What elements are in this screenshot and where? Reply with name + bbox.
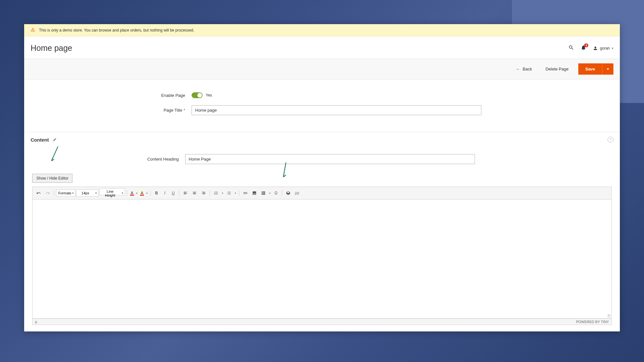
fontsize-select[interactable]: 14px [76,190,99,197]
underline-button[interactable]: U [169,189,177,197]
content-section-title: Content [31,137,57,143]
back-label: Back [523,67,532,71]
chevron-down-icon[interactable]: ▾ [268,192,271,195]
save-button-group: Save ▼ [578,63,613,75]
notification-badge: 3 [584,43,588,47]
required-star: * [184,108,185,113]
chevron-down-icon: ▾ [612,47,613,50]
form-area: Enable Page Yes Page Title* [24,79,620,132]
admin-window: This is only a demo store. You can brows… [24,24,620,331]
ordered-list-button[interactable] [212,189,220,197]
toolbar-separator [54,190,54,196]
bg-color-button[interactable]: A ▾ [139,190,148,196]
collapse-icon[interactable]: ⌃ [608,137,613,143]
content-heading-row: Content Heading [31,154,613,164]
save-dropdown-button[interactable]: ▼ [602,63,613,75]
content-heading-input[interactable] [185,154,475,164]
show-hide-editor-button[interactable]: Show / Hide Editor [32,174,72,183]
warning-icon [31,27,35,33]
arrow-left-icon: ← [516,67,520,71]
page-title-row: Page Title* [31,105,613,115]
editor-toolbar: Formats 14px Line Height A ▾ A ▾ B I U [32,187,612,200]
unordered-list-button[interactable] [225,189,233,197]
enable-page-row: Enable Page Yes [31,92,613,98]
link-button[interactable] [241,189,250,197]
bold-button[interactable]: B [153,189,160,197]
toolbar-separator [239,190,239,196]
undo-button[interactable] [34,189,43,197]
special-char-button[interactable]: Ω [272,189,280,197]
page-title-label: Page Title* [31,108,192,113]
header-icons: 3 goran ▾ [568,45,613,52]
save-button[interactable]: Save [578,63,602,75]
redo-button[interactable] [43,189,52,197]
align-center-button[interactable] [190,189,199,197]
content-body: Content Heading Show / Hide Editor Forma… [24,144,620,331]
resize-handle[interactable] [608,314,611,318]
toolbar-separator [282,190,282,196]
toolbar-separator [150,190,151,196]
formats-select[interactable]: Formats [56,190,75,197]
align-right-button[interactable] [199,189,208,197]
text-color-button[interactable]: A ▾ [129,190,138,196]
user-menu[interactable]: goran ▾ [593,46,613,51]
editor-body[interactable] [32,200,612,319]
variable-button[interactable]: {x} [293,189,301,197]
editor-footer: p POWERED BY TINY [32,319,612,325]
toolbar-separator [179,190,179,196]
page-header: Home page 3 goran ▾ [24,36,620,59]
page-title-input[interactable] [192,105,481,115]
align-left-button[interactable] [181,189,190,197]
delete-page-button[interactable]: Delete Page [542,64,573,74]
widget-button[interactable] [284,189,292,197]
chevron-down-icon[interactable]: ▾ [135,192,138,195]
username: goran [600,46,610,51]
notifications-button[interactable]: 3 [581,45,586,52]
enable-page-value: Yes [206,93,212,97]
image-button[interactable] [250,189,259,197]
italic-button[interactable]: I [161,189,169,197]
content-heading-label: Content Heading [31,157,185,162]
notice-text: This is only a demo store. You can brows… [39,28,194,32]
table-button[interactable] [259,189,268,197]
editor-path: p [35,320,37,324]
enable-page-label: Enable Page [31,93,192,98]
action-bar: ← Back Delete Page Save ▼ [24,59,620,79]
demo-notice: This is only a demo store. You can brows… [24,24,620,36]
enable-page-toggle[interactable] [192,92,203,98]
page-title: Home page [31,43,72,53]
back-button[interactable]: ← Back [512,64,536,74]
chevron-down-icon[interactable]: ▾ [145,192,148,195]
edit-icon [53,137,57,143]
chevron-down-icon[interactable]: ▾ [221,192,224,195]
toolbar-separator [210,190,210,196]
content-section-header[interactable]: Content ⌃ [24,132,620,144]
powered-by: POWERED BY TINY [576,320,609,324]
lineheight-select[interactable]: Line Height [99,188,125,195]
search-icon[interactable] [568,45,574,52]
toolbar-separator [127,190,127,196]
chevron-down-icon[interactable]: ▾ [234,192,237,195]
